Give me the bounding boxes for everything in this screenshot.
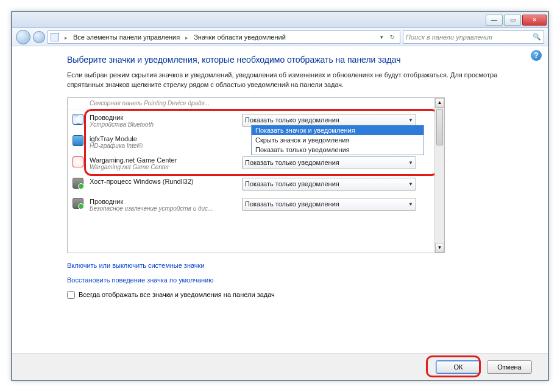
chevron-down-icon: ▼ — [408, 160, 413, 166]
breadcrumb[interactable]: Значки области уведомлений — [194, 33, 286, 41]
address-dropdown-icon[interactable]: ▾ — [377, 32, 386, 42]
content-area: ? Выберите значки и уведомления, которые… — [12, 46, 548, 353]
behavior-dropdown-open[interactable]: Показать значок и уведомленияСкрыть знач… — [251, 125, 424, 155]
back-button[interactable] — [16, 30, 30, 44]
app-subtitle: Устройства Bluetooth — [90, 121, 236, 128]
list-item: Хост-процесс Windows (Rundll32)Показать … — [68, 174, 434, 194]
search-icon: 🔍 — [533, 33, 541, 41]
chevron-down-icon: ▼ — [408, 117, 413, 123]
dropdown-option[interactable]: Показать только уведомления — [252, 145, 424, 155]
app-icon — [73, 178, 83, 189]
cancel-button[interactable]: Отмена — [487, 360, 532, 374]
app-icon — [73, 198, 83, 209]
minimize-button[interactable]: — — [486, 15, 503, 26]
app-name: Wargaming.net Game Center — [90, 156, 236, 164]
ok-button[interactable]: ОК — [436, 360, 481, 374]
system-icons-link[interactable]: Включить или выключить системные значки — [67, 262, 532, 269]
chevron-down-icon: ▼ — [408, 181, 413, 187]
scroll-up-button[interactable]: ▲ — [435, 98, 444, 108]
help-icon[interactable]: ? — [531, 50, 542, 61]
dropdown-option[interactable]: Скрыть значок и уведомления — [252, 135, 424, 145]
scroll-down-button[interactable]: ▼ — [435, 243, 444, 253]
always-show-checkbox-row[interactable]: Всегда отображать все значки и уведомлен… — [67, 291, 532, 299]
behavior-combo[interactable]: Показать только уведомления▼ — [242, 156, 416, 169]
page-title: Выберите значки и уведомления, которые н… — [67, 55, 532, 65]
always-show-checkbox[interactable] — [67, 291, 75, 299]
page-description: Если выбран режим скрытия значков и увед… — [67, 71, 506, 90]
maximize-button[interactable]: ▭ — [504, 15, 521, 26]
refresh-icon[interactable]: ↻ — [388, 32, 397, 42]
app-icon — [73, 156, 83, 167]
window: — ▭ ✕ Все элементы панели управления Зна… — [12, 12, 548, 380]
list-item: ПроводникБезопасное извлечение устройств… — [68, 194, 434, 215]
app-name: Проводник — [90, 198, 236, 205]
list-item: Wargaming.net Game CenterWargaming.net G… — [68, 153, 434, 174]
close-button[interactable]: ✕ — [522, 15, 547, 26]
restore-defaults-link[interactable]: Восстановить поведение значка по умолчан… — [67, 276, 532, 284]
control-panel-icon — [51, 33, 59, 41]
app-icon — [73, 114, 83, 125]
nav-bar: Все элементы панели управления Значки об… — [12, 28, 548, 46]
icon-list: Сенсорная панель Pointing Device драйв..… — [67, 97, 445, 253]
behavior-combo[interactable]: Показать только уведомления▼ — [242, 198, 416, 211]
button-bar: ОК Отмена — [12, 353, 548, 380]
titlebar: — ▭ ✕ — [12, 12, 548, 28]
address-bar[interactable]: Все элементы панели управления Значки об… — [48, 30, 400, 44]
scrollbar[interactable]: ▲ ▼ — [434, 98, 444, 253]
forward-button[interactable] — [33, 31, 45, 43]
chevron-down-icon: ▼ — [408, 201, 413, 207]
always-show-label: Всегда отображать все значки и уведомлен… — [79, 291, 275, 298]
search-input[interactable]: Поиск в панели управления 🔍 — [403, 30, 544, 44]
app-name: igfxTray Module — [90, 135, 236, 142]
dropdown-option[interactable]: Показать значок и уведомления — [252, 125, 424, 135]
scroll-thumb[interactable] — [436, 109, 443, 145]
behavior-combo[interactable]: Показать только уведомления▼ — [242, 178, 416, 191]
app-icon — [73, 135, 83, 146]
list-item-cutoff: Сенсорная панель Pointing Device драйв..… — [68, 98, 434, 110]
app-name: Хост-процесс Windows (Rundll32) — [90, 178, 236, 185]
app-name: Проводник — [90, 114, 236, 121]
app-subtitle: Безопасное извлечение устройств и дис... — [90, 205, 236, 212]
breadcrumb[interactable]: Все элементы панели управления — [73, 33, 180, 41]
app-subtitle: HD-графика Intel® — [90, 142, 236, 149]
search-placeholder: Поиск в панели управления — [406, 33, 492, 41]
app-subtitle: Wargaming.net Game Center — [90, 164, 236, 170]
